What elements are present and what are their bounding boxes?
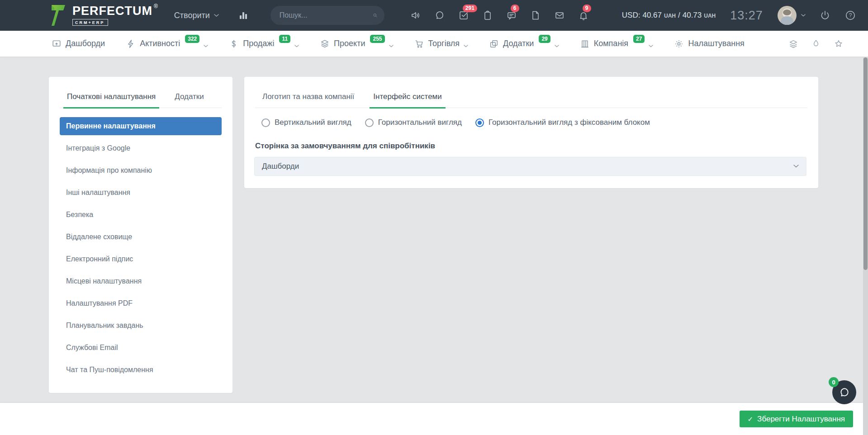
save-label: Зберегти Налаштування (757, 415, 845, 424)
nav-label: Налаштування (688, 39, 744, 48)
layout-radio-group: Вертикальний вигляд Горизонтальний вигля… (261, 118, 807, 127)
page-scrollbar[interactable] (863, 57, 868, 435)
nav-item-trade[interactable]: Торгівля (414, 39, 469, 49)
chevron-down-icon (294, 45, 299, 47)
comments-button[interactable]: 6 (506, 9, 517, 21)
sidebar-item-digital-signature[interactable]: Електронний підпис (60, 250, 222, 268)
dashboard-icon (52, 39, 62, 49)
nav-badge: 255 (370, 35, 384, 43)
chevron-down-icon (214, 14, 219, 17)
chat-bubble-icon (434, 10, 445, 21)
clipboard-icon (482, 10, 493, 21)
radio-horizontal-fixed-layout[interactable]: Горизонтальний вигляд з фіксованим блоко… (475, 118, 650, 127)
tab-addons[interactable]: Додатки (175, 92, 204, 108)
chevron-down-icon (464, 45, 468, 47)
chevron-down-icon (204, 45, 208, 47)
tab-logo-company-name[interactable]: Логотип та назва компанії (262, 92, 354, 108)
create-button[interactable]: Створити (174, 11, 219, 20)
documents-button[interactable] (530, 9, 541, 21)
mail-button[interactable] (554, 9, 565, 21)
default-page-select[interactable]: Дашборди (254, 157, 806, 176)
sidebar-item-pdf-settings[interactable]: Налаштування PDF (60, 294, 222, 312)
nav-item-company[interactable]: Компанія 27 (580, 39, 654, 49)
chevron-down-icon (793, 165, 799, 168)
sidebar-item-chat-push[interactable]: Чат та Пуш-повідомлення (60, 361, 222, 379)
nav-item-settings[interactable]: Налаштування (674, 39, 744, 49)
notifications-badge: 9 (583, 5, 591, 12)
sidebar-item-company-info[interactable]: Інформація про компанію (60, 161, 222, 180)
fire-icon (811, 39, 821, 49)
scrollbar-thumb[interactable] (863, 57, 868, 270)
favorites-button[interactable] (834, 39, 844, 49)
clipboard-button[interactable] (482, 9, 493, 21)
nav-label: Продажі (243, 39, 274, 48)
lightning-icon (126, 39, 136, 49)
check-icon: ✓ (748, 415, 754, 423)
tab-initial-settings[interactable]: Початкові налаштування (67, 92, 156, 108)
user-menu[interactable] (778, 6, 806, 25)
radio-label: Вертикальний вигляд (275, 118, 351, 127)
nav-item-dashboards[interactable]: Дашборди (52, 39, 105, 49)
chat-button[interactable] (434, 9, 446, 21)
stack-button[interactable] (788, 39, 798, 49)
chevron-down-icon (649, 45, 653, 47)
nav-label: Компанія (594, 39, 628, 48)
settings-sidebar: Початкові налаштування Додатки Первинне … (49, 77, 232, 393)
nav-item-projects[interactable]: Проекти 255 (320, 39, 393, 49)
radio-horizontal-layout[interactable]: Горизонтальний вигляд (365, 118, 462, 127)
sidebar-list: Первинне налаштування Інтеграція з Googl… (60, 117, 222, 379)
currency-sell: 40.73 (683, 11, 702, 20)
tab-system-interface[interactable]: Інтерфейс системи (373, 92, 442, 108)
sidebar-item-primary-setup[interactable]: Первинне налаштування (60, 117, 222, 135)
nav-label: Проекти (334, 39, 365, 48)
nav-item-activities[interactable]: Активності 322 (126, 39, 208, 49)
sidebar-item-remote-storage[interactable]: Віддалене сховище (60, 228, 222, 246)
stats-button[interactable] (238, 10, 249, 21)
sound-button[interactable] (410, 9, 422, 21)
search-input[interactable] (280, 11, 373, 19)
copy-icon (489, 39, 499, 49)
top-header: PERFECTUM ® CRM+ERP Створити (0, 0, 868, 31)
save-settings-button[interactable]: ✓ Зберегти Налаштування (740, 411, 853, 427)
brand-name: PERFECTUM (72, 5, 152, 17)
brand-tagline: CRM+ERP (72, 19, 108, 26)
chat-bubble-icon (839, 387, 850, 398)
sidebar-tabs: Початкові налаштування Додатки (60, 77, 222, 108)
search-box[interactable] (270, 6, 384, 25)
default-page-label: Сторінка за замовчуванням для співробітн… (255, 142, 807, 151)
sidebar-item-other-settings[interactable]: Інші налаштування (60, 184, 222, 202)
logout-button[interactable] (819, 9, 831, 21)
tasks-badge: 291 (463, 5, 477, 12)
sidebar-item-security[interactable]: Безпека (60, 206, 222, 224)
radio-vertical-layout[interactable]: Вертикальний вигляд (261, 118, 351, 127)
search-icon[interactable] (373, 11, 377, 19)
radio-label: Горизонтальний вигляд з фіксованим блоко… (489, 118, 650, 127)
sidebar-item-service-email[interactable]: Службові Email (60, 339, 222, 357)
cart-icon (414, 39, 424, 49)
action-footer: ✓ Зберегти Налаштування (0, 403, 868, 435)
currency-unit: UAH (664, 13, 676, 19)
comments-badge: 6 (511, 5, 519, 12)
sidebar-item-local-settings[interactable]: Місцеві налаштування (60, 272, 222, 290)
help-icon: ? (844, 9, 856, 21)
notifications-button[interactable]: 9 (578, 9, 589, 21)
create-label: Створити (174, 11, 210, 20)
currency-buy: 40.67 (642, 11, 662, 20)
currency-rate: USD: 40.67 UAH / 40.73 UAH (622, 11, 716, 20)
radio-circle-icon (261, 118, 270, 127)
tasks-button[interactable]: 291 (458, 9, 470, 21)
nav-item-addons[interactable]: Додатки 29 (489, 39, 559, 49)
help-button[interactable]: ? (844, 9, 856, 21)
avatar[interactable] (778, 6, 797, 25)
dollar-icon (229, 39, 239, 49)
sidebar-item-task-scheduler[interactable]: Планувальник завдань (60, 317, 222, 335)
nav-label: Дашборди (66, 39, 105, 48)
layers-icon (788, 39, 798, 49)
nav-label: Торгівля (428, 39, 460, 48)
chevron-down-icon (389, 45, 394, 47)
sidebar-item-google-integration[interactable]: Інтеграція з Google (60, 139, 222, 157)
nav-item-sales[interactable]: Продажі 11 (229, 39, 299, 49)
hot-button[interactable] (811, 39, 821, 49)
header-icon-bar: 291 6 (410, 9, 589, 21)
logo[interactable]: PERFECTUM ® CRM+ERP (50, 4, 158, 27)
